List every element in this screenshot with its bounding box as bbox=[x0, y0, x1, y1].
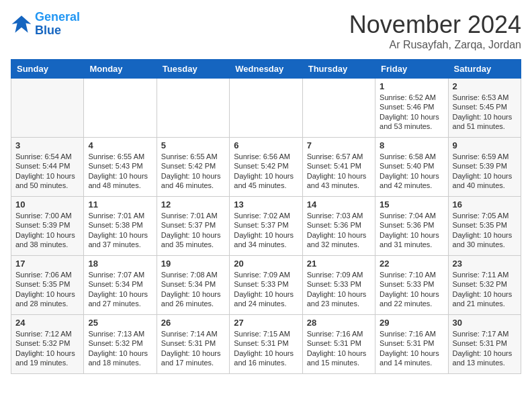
cell-info-line: and 21 minutes. bbox=[453, 299, 517, 308]
cell-info-line: and 24 minutes. bbox=[234, 299, 298, 308]
cell-info-line: Sunrise: 7:00 AM bbox=[15, 211, 79, 220]
cell-info-line: Sunrise: 7:03 AM bbox=[307, 211, 371, 220]
cell-info-line: and 42 minutes. bbox=[380, 181, 443, 190]
calendar-cell: 2Sunrise: 6:53 AMSunset: 5:45 PMDaylight… bbox=[448, 79, 521, 138]
cell-info-line: and 37 minutes. bbox=[88, 240, 152, 249]
logo-bird-icon bbox=[11, 13, 32, 35]
cell-info-line: and 26 minutes. bbox=[161, 299, 225, 308]
cell-info-line: Daylight: 10 hours bbox=[234, 230, 298, 240]
weekday-header-monday: Monday bbox=[84, 60, 157, 79]
calendar-cell: 22Sunrise: 7:10 AMSunset: 5:33 PMDayligh… bbox=[375, 256, 448, 315]
cell-info-line: Sunrise: 7:16 AM bbox=[380, 329, 443, 338]
cell-info-line: Sunrise: 6:55 AM bbox=[161, 152, 225, 161]
calendar-cell: 30Sunrise: 7:17 AMSunset: 5:31 PMDayligh… bbox=[448, 315, 521, 374]
day-number: 19 bbox=[161, 259, 225, 269]
calendar-cell: 6Sunrise: 6:56 AMSunset: 5:42 PMDaylight… bbox=[230, 138, 302, 197]
cell-info-line: Sunset: 5:46 PM bbox=[380, 102, 443, 111]
day-number: 25 bbox=[88, 318, 152, 328]
calendar-week-row: 24Sunrise: 7:12 AMSunset: 5:32 PMDayligh… bbox=[11, 315, 521, 374]
cell-info-line: Daylight: 10 hours bbox=[453, 289, 517, 299]
cell-info-line: Sunrise: 7:01 AM bbox=[161, 211, 225, 220]
cell-info-line: Daylight: 10 hours bbox=[88, 289, 152, 299]
day-number: 26 bbox=[161, 318, 225, 328]
cell-info-line: and 32 minutes. bbox=[307, 240, 371, 249]
cell-info-line: and 43 minutes. bbox=[307, 181, 371, 190]
cell-info-line: Sunset: 5:39 PM bbox=[453, 161, 517, 171]
cell-info-line: Sunset: 5:31 PM bbox=[161, 338, 225, 348]
calendar-cell: 28Sunrise: 7:16 AMSunset: 5:31 PMDayligh… bbox=[302, 315, 375, 374]
cell-info-line: Sunrise: 7:12 AM bbox=[15, 329, 79, 338]
calendar-cell: 10Sunrise: 7:00 AMSunset: 5:39 PMDayligh… bbox=[11, 197, 84, 256]
cell-info-line: Sunrise: 6:55 AM bbox=[88, 152, 152, 161]
cell-info-line: Sunset: 5:37 PM bbox=[161, 220, 225, 230]
cell-info-line: Daylight: 10 hours bbox=[161, 289, 225, 299]
cell-info-line: Daylight: 10 hours bbox=[15, 171, 79, 181]
cell-info-line: Sunset: 5:34 PM bbox=[161, 279, 225, 289]
day-number: 11 bbox=[88, 199, 152, 210]
cell-info-line: Sunset: 5:42 PM bbox=[234, 161, 298, 171]
calendar-cell: 15Sunrise: 7:04 AMSunset: 5:36 PMDayligh… bbox=[375, 197, 448, 256]
cell-info-line: and 35 minutes. bbox=[161, 240, 225, 249]
cell-info-line: Sunset: 5:35 PM bbox=[453, 220, 517, 230]
calendar-cell: 4Sunrise: 6:55 AMSunset: 5:43 PMDaylight… bbox=[84, 138, 157, 197]
cell-info-line: Daylight: 10 hours bbox=[88, 171, 152, 181]
weekday-header-sunday: Sunday bbox=[11, 60, 84, 79]
cell-info-line: Sunrise: 6:58 AM bbox=[380, 152, 443, 161]
calendar-cell bbox=[11, 79, 84, 138]
calendar-header-row: SundayMondayTuesdayWednesdayThursdayFrid… bbox=[11, 60, 521, 79]
cell-info-line: Sunrise: 6:53 AM bbox=[453, 93, 517, 102]
day-number: 5 bbox=[161, 140, 225, 150]
calendar-cell: 8Sunrise: 6:58 AMSunset: 5:40 PMDaylight… bbox=[375, 138, 448, 197]
cell-info-line: Sunrise: 7:13 AM bbox=[88, 329, 152, 338]
day-number: 23 bbox=[453, 259, 517, 269]
cell-info-line: and 13 minutes. bbox=[453, 358, 517, 367]
calendar-cell: 25Sunrise: 7:13 AMSunset: 5:32 PMDayligh… bbox=[84, 315, 157, 374]
day-number: 9 bbox=[453, 140, 517, 150]
day-number: 8 bbox=[380, 140, 443, 150]
title-area: November 2024 Ar Rusayfah, Zarqa, Jordan bbox=[349, 11, 521, 51]
cell-info-line: Daylight: 10 hours bbox=[88, 230, 152, 240]
cell-info-line: Sunset: 5:33 PM bbox=[307, 279, 371, 289]
cell-info-line: Sunrise: 7:09 AM bbox=[234, 270, 298, 279]
cell-info-line: Sunset: 5:38 PM bbox=[88, 220, 152, 230]
cell-info-line: Daylight: 10 hours bbox=[88, 349, 152, 358]
cell-info-line: Daylight: 10 hours bbox=[307, 171, 371, 181]
cell-info-line: and 51 minutes. bbox=[453, 122, 517, 131]
location: Ar Rusayfah, Zarqa, Jordan bbox=[349, 39, 521, 51]
cell-info-line: Daylight: 10 hours bbox=[307, 230, 371, 240]
cell-info-line: Sunset: 5:36 PM bbox=[307, 220, 371, 230]
cell-info-line: and 45 minutes. bbox=[234, 181, 298, 190]
cell-info-line: Sunset: 5:40 PM bbox=[380, 161, 443, 171]
calendar-cell: 20Sunrise: 7:09 AMSunset: 5:33 PMDayligh… bbox=[230, 256, 302, 315]
cell-info-line: Sunset: 5:45 PM bbox=[453, 102, 517, 111]
cell-info-line: Sunrise: 7:10 AM bbox=[380, 270, 443, 279]
cell-info-line: Daylight: 10 hours bbox=[15, 349, 79, 358]
cell-info-line: and 28 minutes. bbox=[15, 299, 79, 308]
cell-info-line: Sunset: 5:36 PM bbox=[380, 220, 443, 230]
cell-info-line: Daylight: 10 hours bbox=[161, 349, 225, 358]
cell-info-line: Sunrise: 7:09 AM bbox=[307, 270, 371, 279]
calendar-cell: 27Sunrise: 7:15 AMSunset: 5:31 PMDayligh… bbox=[230, 315, 302, 374]
cell-info-line: Sunset: 5:32 PM bbox=[88, 338, 152, 348]
day-number: 1 bbox=[380, 81, 443, 91]
cell-info-line: Sunrise: 7:05 AM bbox=[453, 211, 517, 220]
cell-info-line: Sunset: 5:34 PM bbox=[88, 279, 152, 289]
cell-info-line: and 50 minutes. bbox=[15, 181, 79, 190]
weekday-header-tuesday: Tuesday bbox=[157, 60, 229, 79]
day-number: 20 bbox=[234, 259, 298, 269]
cell-info-line: Sunset: 5:39 PM bbox=[15, 220, 79, 230]
calendar-cell bbox=[84, 79, 157, 138]
page-header: General Blue November 2024 Ar Rusayfah, … bbox=[11, 11, 521, 51]
cell-info-line: and 19 minutes. bbox=[15, 358, 79, 367]
cell-info-line: Sunset: 5:33 PM bbox=[380, 279, 443, 289]
cell-info-line: Sunrise: 7:11 AM bbox=[453, 270, 517, 279]
cell-info-line: and 27 minutes. bbox=[88, 299, 152, 308]
cell-info-line: Sunset: 5:42 PM bbox=[161, 161, 225, 171]
calendar-cell: 14Sunrise: 7:03 AMSunset: 5:36 PMDayligh… bbox=[302, 197, 375, 256]
cell-info-line: Daylight: 10 hours bbox=[15, 289, 79, 299]
cell-info-line: Daylight: 10 hours bbox=[453, 171, 517, 181]
cell-info-line: Sunset: 5:33 PM bbox=[234, 279, 298, 289]
logo-text: General Blue bbox=[35, 11, 80, 38]
calendar-cell: 18Sunrise: 7:07 AMSunset: 5:34 PMDayligh… bbox=[84, 256, 157, 315]
day-number: 24 bbox=[15, 318, 79, 328]
